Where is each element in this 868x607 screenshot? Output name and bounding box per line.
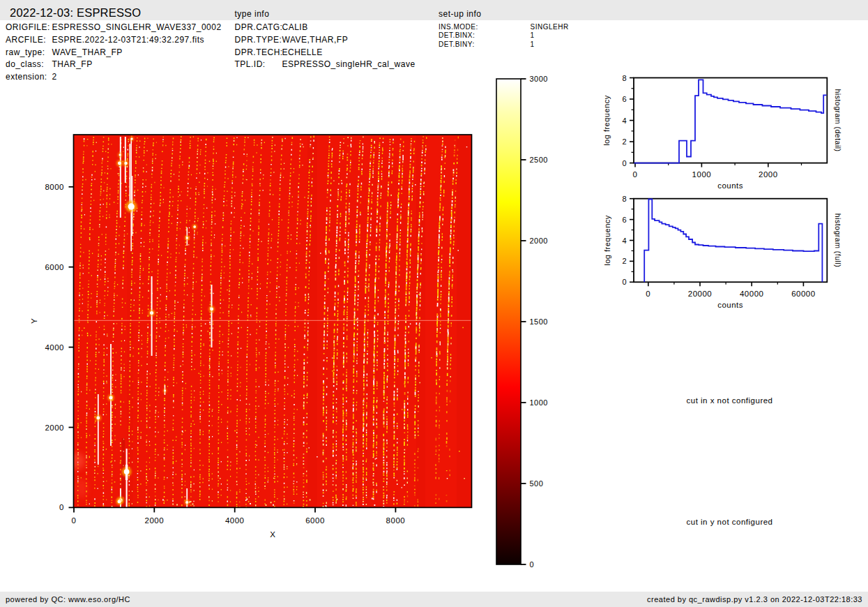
svg-text:0: 0 xyxy=(530,560,535,569)
svg-text:0: 0 xyxy=(646,290,650,298)
svg-text:4: 4 xyxy=(622,117,627,125)
svg-text:6: 6 xyxy=(622,95,627,103)
svg-text:2000: 2000 xyxy=(759,170,778,179)
svg-text:DPR.TYPE:: DPR.TYPE: xyxy=(235,35,282,45)
svg-text:DPR.TECH:: DPR.TECH: xyxy=(235,47,283,57)
svg-text:20000: 20000 xyxy=(688,290,712,298)
svg-text:0: 0 xyxy=(72,516,77,525)
svg-text:2: 2 xyxy=(52,72,57,82)
svg-text:60000: 60000 xyxy=(791,290,815,298)
svg-text:TPL.ID:: TPL.ID: xyxy=(235,59,266,69)
svg-text:6: 6 xyxy=(622,216,627,224)
svg-text:DET.BINY:: DET.BINY: xyxy=(439,40,475,48)
svg-text:log frequency: log frequency xyxy=(603,215,611,266)
svg-text:cut in y not configured: cut in y not configured xyxy=(686,518,772,526)
svg-text:histogram (full): histogram (full) xyxy=(834,213,842,267)
svg-text:counts: counts xyxy=(717,301,743,309)
svg-text:WAVE,THAR,FP: WAVE,THAR,FP xyxy=(282,35,349,45)
svg-text:8000: 8000 xyxy=(45,183,64,191)
svg-text:1500: 1500 xyxy=(530,317,548,326)
svg-text:raw_type:: raw_type: xyxy=(6,47,45,57)
svg-text:8000: 8000 xyxy=(386,516,406,525)
svg-text:2000: 2000 xyxy=(145,516,165,525)
svg-text:DPR.CATG:: DPR.CATG: xyxy=(235,22,283,32)
svg-text:DET.BINX:: DET.BINX: xyxy=(439,31,475,39)
svg-text:4000: 4000 xyxy=(225,516,245,525)
svg-text:WAVE_THAR_FP: WAVE_THAR_FP xyxy=(52,47,123,57)
svg-text:created by qc_rawdisp.py v1.2.: created by qc_rawdisp.py v1.2.3 on 2022-… xyxy=(647,595,862,604)
svg-text:1: 1 xyxy=(531,31,535,39)
svg-text:8: 8 xyxy=(622,74,627,82)
svg-text:log frequency: log frequency xyxy=(603,95,611,146)
svg-text:2022-12-03: ESPRESSO: 2022-12-03: ESPRESSO xyxy=(10,6,141,19)
svg-text:0: 0 xyxy=(622,159,627,167)
svg-text:2500: 2500 xyxy=(530,156,548,164)
svg-text:powered by QC: www.eso.org/HC: powered by QC: www.eso.org/HC xyxy=(6,595,130,604)
svg-text:8: 8 xyxy=(622,195,627,203)
svg-text:2: 2 xyxy=(622,137,627,146)
svg-text:1000: 1000 xyxy=(530,398,548,407)
svg-text:1: 1 xyxy=(531,40,535,48)
svg-text:do_class:: do_class: xyxy=(6,59,44,69)
svg-text:4: 4 xyxy=(622,237,627,245)
svg-text:THAR_FP: THAR_FP xyxy=(52,59,93,69)
svg-text:CALIB: CALIB xyxy=(282,22,308,32)
svg-text:2: 2 xyxy=(622,257,627,265)
svg-text:X: X xyxy=(270,530,275,539)
svg-text:extension:: extension: xyxy=(6,72,47,82)
svg-text:Y: Y xyxy=(30,318,38,324)
svg-text:ESPRESSO_SINGLEHR_WAVE337_0002: ESPRESSO_SINGLEHR_WAVE337_0002 xyxy=(52,22,222,32)
svg-text:ARCFILE:: ARCFILE: xyxy=(6,35,46,45)
svg-text:ORIGFILE:: ORIGFILE: xyxy=(6,22,50,32)
svg-text:ESPRESSO_singleHR_cal_wave: ESPRESSO_singleHR_cal_wave xyxy=(282,59,416,69)
svg-text:type info: type info xyxy=(235,9,270,19)
svg-text:ECHELLE: ECHELLE xyxy=(282,47,323,57)
svg-text:0: 0 xyxy=(633,170,638,179)
svg-text:3000: 3000 xyxy=(530,75,548,83)
svg-text:2000: 2000 xyxy=(530,237,548,245)
svg-text:40000: 40000 xyxy=(740,290,763,298)
svg-text:4000: 4000 xyxy=(45,343,64,352)
svg-text:0: 0 xyxy=(59,503,64,511)
svg-text:SINGLEHR: SINGLEHR xyxy=(531,23,569,31)
svg-text:counts: counts xyxy=(717,181,743,190)
svg-text:histogram (detail): histogram (detail) xyxy=(834,89,842,151)
svg-text:1000: 1000 xyxy=(692,170,712,179)
svg-text:6000: 6000 xyxy=(45,263,64,271)
svg-text:500: 500 xyxy=(530,479,544,488)
svg-text:6000: 6000 xyxy=(305,516,325,525)
svg-text:0: 0 xyxy=(622,278,627,286)
svg-text:ESPRE.2022-12-03T21:49:32.297.: ESPRE.2022-12-03T21:49:32.297.fits xyxy=(52,35,204,45)
svg-text:INS.MODE:: INS.MODE: xyxy=(439,23,478,31)
svg-text:set-up info: set-up info xyxy=(439,9,482,19)
svg-text:cut in x not configured: cut in x not configured xyxy=(686,396,772,405)
svg-text:2000: 2000 xyxy=(45,424,64,432)
